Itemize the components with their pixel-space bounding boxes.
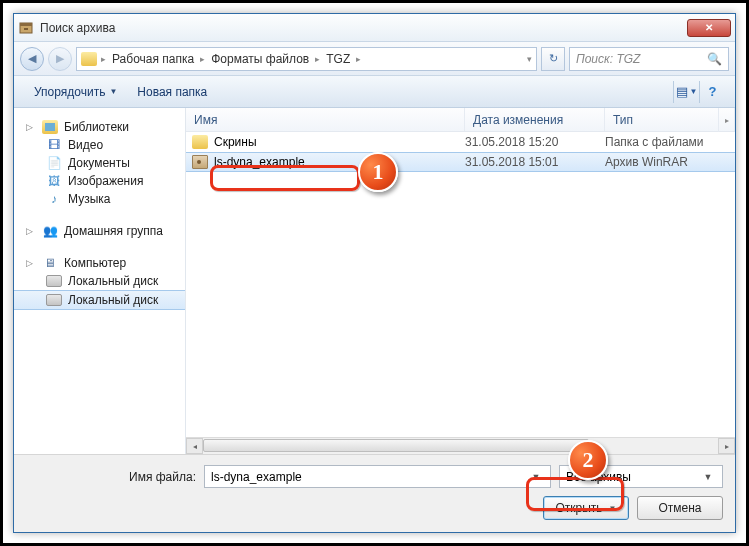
help-button[interactable]: ? <box>699 81 725 103</box>
newfolder-button[interactable]: Новая папка <box>127 81 217 103</box>
tree-music[interactable]: ♪Музыка <box>14 190 185 208</box>
scroll-left-icon[interactable]: ◂ <box>186 438 203 454</box>
breadcrumb-seg[interactable]: Рабочая папка <box>108 52 198 66</box>
file-list-pane: Имя Дата изменения Тип ▸ Скрины 31.05.20… <box>186 108 735 454</box>
app-icon <box>18 20 34 36</box>
col-name[interactable]: Имя <box>186 108 465 131</box>
screenshot-frame: Поиск архива ✕ ◀ ▶ ▸ Рабочая папка ▸ Фор… <box>0 0 749 546</box>
breadcrumb-seg[interactable]: TGZ <box>322 52 354 66</box>
search-placeholder: Поиск: TGZ <box>576 52 640 66</box>
horizontal-scrollbar[interactable]: ◂ ▸ <box>186 437 735 454</box>
window-title: Поиск архива <box>40 21 687 35</box>
tree-libraries[interactable]: ▷Библиотеки <box>14 118 185 136</box>
refresh-button[interactable]: ↻ <box>541 47 565 71</box>
tree-localdisk[interactable]: Локальный диск <box>14 290 185 310</box>
folder-icon <box>192 135 208 149</box>
breadcrumb-dropdown-icon[interactable]: ▾ <box>527 54 532 64</box>
scroll-right-icon[interactable]: ▸ <box>718 438 735 454</box>
tree-video[interactable]: 🎞Видео <box>14 136 185 154</box>
col-date[interactable]: Дата изменения <box>465 108 605 131</box>
table-row[interactable]: ls-dyna_example 31.05.2018 15:01 Архив W… <box>186 152 735 172</box>
chevron-down-icon: ▼ <box>700 472 716 482</box>
tree-documents[interactable]: 📄Документы <box>14 154 185 172</box>
music-icon: ♪ <box>46 192 62 206</box>
col-scroll-icon: ▸ <box>718 108 735 132</box>
column-headers: Имя Дата изменения Тип ▸ <box>186 108 735 132</box>
disk-icon <box>46 275 62 287</box>
computer-icon: 🖥 <box>42 256 58 270</box>
chevron-down-icon: ▼ <box>528 472 544 482</box>
titlebar: Поиск архива ✕ <box>14 14 735 42</box>
nav-tree[interactable]: ▷Библиотеки 🎞Видео 📄Документы 🖼Изображен… <box>14 108 186 454</box>
filename-label: Имя файла: <box>26 470 196 484</box>
close-button[interactable]: ✕ <box>687 19 731 37</box>
cancel-button[interactable]: Отмена <box>637 496 723 520</box>
table-row[interactable]: Скрины 31.05.2018 15:20 Папка с файлами <box>186 132 735 152</box>
homegroup-icon: 👥 <box>42 224 58 238</box>
images-icon: 🖼 <box>46 174 62 188</box>
tree-computer[interactable]: ▷🖥Компьютер <box>14 254 185 272</box>
split-arrow-icon: ▼ <box>609 504 617 513</box>
nav-forward-button[interactable]: ▶ <box>48 47 72 71</box>
tree-homegroup[interactable]: ▷👥Домашняя группа <box>14 222 185 240</box>
organize-button[interactable]: Упорядочить ▼ <box>24 81 127 103</box>
search-input[interactable]: Поиск: TGZ 🔍 <box>569 47 729 71</box>
open-button[interactable]: Открыть ▼ <box>543 496 629 520</box>
col-type[interactable]: Тип <box>605 108 735 131</box>
tree-images[interactable]: 🖼Изображения <box>14 172 185 190</box>
folder-icon <box>81 52 97 66</box>
tree-localdisk[interactable]: Локальный диск <box>14 272 185 290</box>
open-file-dialog: Поиск архива ✕ ◀ ▶ ▸ Рабочая папка ▸ Фор… <box>13 13 736 533</box>
svg-rect-1 <box>20 23 32 26</box>
breadcrumb[interactable]: ▸ Рабочая папка ▸ Форматы файлов ▸ TGZ ▸… <box>76 47 537 71</box>
annotation-marker-2: 2 <box>568 440 608 480</box>
address-bar: ◀ ▶ ▸ Рабочая папка ▸ Форматы файлов ▸ T… <box>14 42 735 76</box>
libraries-icon <box>42 120 58 134</box>
scroll-thumb[interactable] <box>203 439 589 452</box>
archive-icon <box>192 155 208 169</box>
bottom-panel: Имя файла: ls-dyna_example ▼ Все архивы … <box>14 454 735 532</box>
toolbar: Упорядочить ▼ Новая папка ▤▼ ? <box>14 76 735 108</box>
view-mode-button[interactable]: ▤▼ <box>673 81 699 103</box>
file-rows[interactable]: Скрины 31.05.2018 15:20 Папка с файлами … <box>186 132 735 437</box>
filename-input[interactable]: ls-dyna_example ▼ <box>204 465 551 488</box>
documents-icon: 📄 <box>46 156 62 170</box>
scroll-track[interactable] <box>203 438 718 454</box>
nav-back-button[interactable]: ◀ <box>20 47 44 71</box>
svg-rect-2 <box>24 28 28 30</box>
disk-icon <box>46 294 62 306</box>
breadcrumb-seg[interactable]: Форматы файлов <box>207 52 313 66</box>
video-icon: 🎞 <box>46 138 62 152</box>
search-icon: 🔍 <box>707 52 722 66</box>
annotation-marker-1: 1 <box>358 152 398 192</box>
chevron-down-icon: ▼ <box>109 87 117 96</box>
